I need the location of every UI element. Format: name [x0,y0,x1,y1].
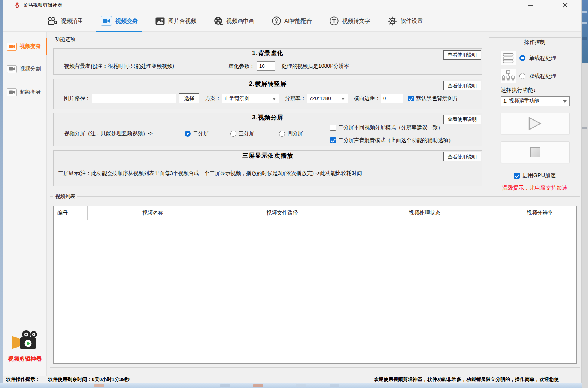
blur-row-label: 视频背景虚化(注：很耗时间-只能处理竖频视频) [64,63,174,70]
close-button[interactable] [557,0,574,10]
group-label: 功能选项 [53,36,77,43]
split-row-label: 视频分屏（注：只能处理竖频视频）-> [64,130,153,137]
app-logo: 视频剪辑神器 [3,330,47,363]
operation-control-group: 操作控制 单线程处理 [489,37,581,193]
sidebar-item-label: 视频变身 [20,43,41,50]
group-label: 视频列表 [53,193,77,200]
tab-image-to-video[interactable]: 图片合视频 [155,10,196,32]
tab-video-pip[interactable]: 视频画中画 [214,10,254,32]
column-header-path[interactable]: 视频文件路径 [218,206,346,220]
start-button[interactable] [501,113,570,134]
double-thread-label: 双线程处理 [529,73,557,80]
window-body: 视频变身 视频分割 超级变身 [3,32,581,376]
video-camera-icon [7,65,17,73]
double-thread-radio[interactable] [519,73,525,79]
two-split-radio[interactable] [185,131,191,137]
function-select[interactable]: 1. 视频消重功能 [501,96,570,106]
tab-video-to-text[interactable]: 视频转文字 [330,10,370,32]
logo-text: 视频剪辑神器 [3,355,47,363]
gear-icon [388,16,397,26]
split-diff-video-label: 二分屏不同视频分屏模式（分辨率建议一致） [338,124,443,131]
split-audio-mix-label: 二分屏声音混音模式（上面这个功能的辅助选项） [338,137,454,144]
tab-ai-dubbing[interactable]: AI智能配音 [272,10,312,32]
column-header-id[interactable]: 编号 [54,206,88,220]
background-window-fragment [582,0,588,63]
column-header-name[interactable]: 视频名称 [88,206,218,220]
close-icon [563,3,568,8]
tab-video-transform[interactable]: 视频变身 [101,10,138,32]
sidebar-item-label: 视频分割 [20,66,41,72]
section-title: 1.背景虚化 [54,49,482,57]
resolution-value: 720*1280 [309,96,331,101]
single-thread-icon [501,51,516,65]
image-path-input[interactable] [92,94,176,103]
tab-label: 视频画中画 [226,18,254,25]
tab-label: 视频转文字 [342,18,370,25]
status-left-label: 软件操作提示： [3,376,40,383]
scheme-select[interactable]: 正常背景图 [222,94,279,103]
taskbar-icon [220,384,230,387]
tab-label: 软件设置 [400,18,423,25]
minimize-button[interactable] [522,0,539,10]
image-path-label: 图片路径： [64,95,90,102]
help-button[interactable]: 查看使用说明 [443,81,481,90]
select-function-label: 选择执行功能↓ [501,87,536,94]
video-list-group: 视频列表 编号 视频名称 视频文件路径 视频处理状态 视频分辨率 [50,196,580,368]
sidebar-item-video-transform[interactable]: 视频变身 [3,39,47,54]
tab-label: 图片合视频 [168,18,196,25]
microphone-icon [272,16,281,25]
taskbar-icon [296,384,306,387]
taskbar-icon [330,384,339,387]
letter-t-icon [330,16,339,25]
split-audio-mix-checkbox[interactable] [330,137,336,143]
help-button[interactable]: 查看使用说明 [443,152,481,161]
split-diff-video-checkbox[interactable] [330,125,336,131]
scheme-label: 方案： [205,95,221,102]
blur-param-input[interactable] [257,61,275,71]
default-black-bg-checkbox[interactable] [408,96,414,101]
video-table-body[interactable] [54,220,576,363]
gpu-tip-text: 温馨提示：此电脑支持加速 [489,184,581,191]
video-camera-icon [7,43,17,51]
background-window-right-edge [582,0,588,388]
status-welcome-text: 欢迎使用视频剪辑神器，软件功能非常多，功能都是独立分明的，操作简单，欢迎您使 [374,376,559,383]
gpu-label: 启用GPU加速 [522,172,556,179]
app-logo-icon [14,2,20,8]
status-divider [44,377,44,382]
stop-button[interactable] [501,141,570,163]
status-bar: 软件操作提示： 软件使用剩余时间：0天0小时1分39秒 欢迎使用视频剪辑神器，软… [3,376,581,383]
window-title: 菜鸟视频剪辑神器 [23,2,62,9]
taskbar-strip [0,383,582,388]
sidebar-item-super-transform[interactable]: 超级变身 [3,85,47,99]
three-split-label: 三分屏 [239,130,254,137]
maximize-button[interactable] [539,0,557,10]
section-landscape-to-portrait: 2.横屏转竖屏 查看使用说明 图片路径： 选择 方案： 正常背景图 分辨率： 7… [53,79,482,109]
gpu-checkbox[interactable] [514,173,520,179]
tab-label: 视频变身 [115,18,138,25]
column-header-status[interactable]: 视频处理状态 [346,206,503,220]
choose-button[interactable]: 选择 [179,93,199,103]
section-title: 3.视频分屏 [54,114,482,122]
background-window-left-edge [0,0,3,388]
tab-settings[interactable]: 软件设置 [388,10,423,32]
default-black-bg-label: 默认黑色背景图片 [416,95,458,102]
resolution-select[interactable]: 720*1280 [307,94,348,103]
video-camera-icon [7,88,17,96]
four-split-radio[interactable] [279,131,285,137]
tab-video-dedup[interactable]: 视频消重 [47,10,83,32]
video-table: 编号 视频名称 视频文件路径 视频处理状态 视频分辨率 [53,206,577,364]
top-nav-bar: 视频消重 视频变身 图片合视频 [3,10,581,32]
column-header-resolution[interactable]: 视频分辨率 [503,206,576,220]
three-split-radio[interactable] [230,131,236,137]
app-window: 菜鸟视频剪辑神器 视频消重 [3,0,582,383]
single-thread-radio[interactable] [519,55,525,61]
video-table-header: 编号 视频名称 视频文件路径 视频处理状态 视频分辨率 [54,206,576,220]
double-thread-row: 双线程处理 [501,69,557,83]
margin-input[interactable] [381,94,403,103]
sidebar-item-video-split[interactable]: 视频分割 [3,62,47,76]
resolution-label: 分辨率： [285,95,306,102]
help-button[interactable]: 查看使用说明 [443,50,481,60]
picture-icon [155,17,165,25]
help-button[interactable]: 查看使用说明 [443,115,481,124]
section-triple-screen: 三屏显示依次播放 查看使用说明 三屏显示(注：此功能会按顺序从视频列表里面每3个… [53,150,482,186]
